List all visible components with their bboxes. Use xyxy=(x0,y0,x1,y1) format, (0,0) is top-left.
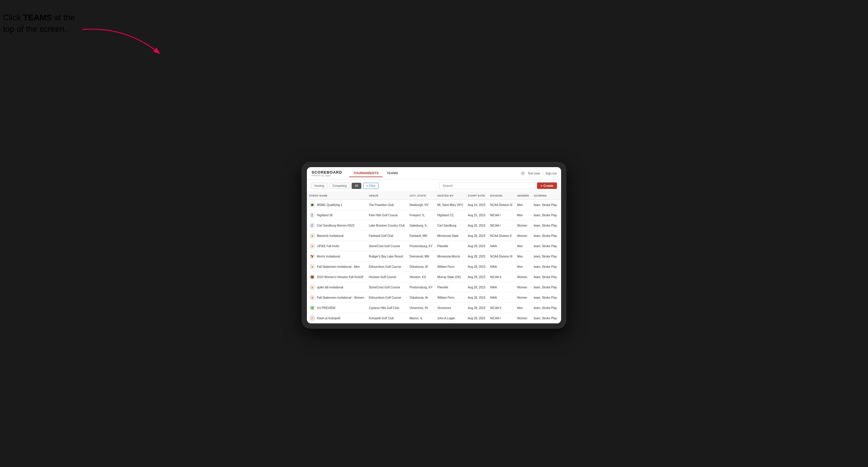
signout-link[interactable]: Sign out xyxy=(546,172,556,175)
cell-division: NICAA I xyxy=(488,210,515,220)
event-name-text: Highland 36 xyxy=(317,214,333,217)
divider: | xyxy=(542,172,544,175)
cell-scoring: team, Stroke Play xyxy=(531,292,559,303)
competing-filter[interactable]: Competing xyxy=(329,183,350,189)
cell-event-name: 🌿 VU PREVIEW xyxy=(307,303,366,313)
gear-icon[interactable] xyxy=(521,171,525,176)
cell-city-state: Galesburg, IL xyxy=(407,220,435,231)
cell-actions: Edit xyxy=(559,303,561,313)
create-button[interactable]: + Create xyxy=(537,182,557,189)
cell-hosted-by: Minnesota State xyxy=(435,231,465,241)
cell-city-state: Marion, IL xyxy=(407,313,435,323)
event-icon: 🎓 xyxy=(309,202,315,208)
col-city-state: CITY, STATE xyxy=(407,192,435,200)
col-gender: GENDER xyxy=(515,192,531,200)
event-name-text: Klash at Kokopelli xyxy=(317,317,340,320)
col-start-date: START DATE xyxy=(465,192,488,200)
cell-start-date: Aug 24, 2023 xyxy=(465,200,488,210)
cell-start-date: Aug 28, 2023 xyxy=(465,231,488,241)
table-header-row: EVENT NAME VENUE CITY, STATE HOSTED BY S… xyxy=(307,192,561,200)
cell-venue: Hesston Golf Course xyxy=(366,272,407,282)
cell-city-state: Faribault, MN xyxy=(407,231,435,241)
cell-actions: Edit xyxy=(559,200,561,210)
cell-gender: Men xyxy=(515,200,531,210)
event-icon: ⚔ xyxy=(309,294,315,301)
cell-division: NICAA II xyxy=(488,272,515,282)
cell-division: NCAA Division III xyxy=(488,200,515,210)
cell-division: NICAA II xyxy=(488,303,515,313)
cell-start-date: Aug 25, 2023 xyxy=(465,210,488,220)
event-name-text: upike fall invitational xyxy=(317,286,343,289)
cell-gender: Men xyxy=(515,261,531,272)
cell-event-name: 🎓 MSMC Qualifying 1 xyxy=(307,200,366,210)
event-name-text: Fall Statesmen Invitational - Women xyxy=(317,296,364,299)
event-icon: 🏌 xyxy=(309,212,315,218)
cell-hosted-by: Highland CC xyxy=(435,210,465,220)
event-icon: ⚡ xyxy=(309,315,315,321)
event-name-text: 2023 Women's Hesston Fall Kickoff xyxy=(317,275,363,279)
cell-gender: Women xyxy=(515,272,531,282)
cell-actions: Edit xyxy=(559,272,561,282)
nav-tournaments[interactable]: TOURNAMENTS xyxy=(349,169,382,177)
nav-teams[interactable]: TEAMS xyxy=(382,169,402,177)
cell-venue: Edmundson Golf Course xyxy=(366,261,407,272)
col-hosted-by: HOSTED BY xyxy=(435,192,465,200)
cell-event-name: ⚔ upike fall invitational xyxy=(307,282,366,292)
nav-links: TOURNAMENTS TEAMS xyxy=(349,169,521,177)
nav-right: Test User | Sign out xyxy=(521,171,556,176)
cell-scoring: team, Stroke Play xyxy=(531,272,559,282)
cell-gender: Women xyxy=(515,231,531,241)
cell-division: NCAA Division III xyxy=(488,251,515,261)
cell-venue: The Powelton Club xyxy=(366,200,407,210)
cell-hosted-by: Mt. Saint Mary (NY) xyxy=(435,200,465,210)
cell-event-name: 🦅 Morris Invitational xyxy=(307,251,366,261)
instruction-prefix: Click xyxy=(3,13,23,22)
svg-point-1 xyxy=(522,173,524,174)
cell-gender: Men xyxy=(515,251,531,261)
table-row: 🏌 Highland 36 Park Hills Golf Course Fre… xyxy=(307,210,561,220)
all-filter[interactable]: All xyxy=(351,183,361,189)
cell-event-name: ⚔ UPIKE Fall Invite xyxy=(307,241,366,251)
cell-venue: Lake Bracken Country Club xyxy=(366,220,407,231)
col-actions: ACTIONS xyxy=(559,192,561,200)
event-icon: ⚔ xyxy=(309,243,315,249)
event-icon: ⚔ xyxy=(309,284,315,290)
cell-venue: Faribault Golf Club xyxy=(366,231,407,241)
cell-actions: Edit xyxy=(559,261,561,272)
cell-start-date: Aug 26, 2023 xyxy=(465,220,488,231)
table-row: ⚔ upike fall invitational StoneCrest Gol… xyxy=(307,282,561,292)
table-row: 🦅 Morris Invitational Ruttger's Bay Lake… xyxy=(307,251,561,261)
search-input[interactable] xyxy=(439,182,535,189)
cell-city-state: Newburgh, NY xyxy=(407,200,435,210)
cell-scoring: team, Stroke Play xyxy=(531,231,559,241)
cell-start-date: Aug 28, 2023 xyxy=(465,313,488,323)
event-name-text: Fall Statesmen Invitational - Men xyxy=(317,265,360,268)
table-row: ⚔ Maverick Invitational Faribault Golf C… xyxy=(307,231,561,241)
filter-button[interactable]: ≡ Filter xyxy=(363,183,379,189)
table-row: 🌿 VU PREVIEW Cypress Hills Golf Club Vin… xyxy=(307,303,561,313)
cell-actions: Edit xyxy=(559,251,561,261)
table-row: 🐻 2023 Women's Hesston Fall Kickoff Hess… xyxy=(307,272,561,282)
cell-event-name: 🏌 Carl Sandburg Women FA23 xyxy=(307,220,366,231)
event-icon: ⚔ xyxy=(309,233,315,239)
cell-city-state: Hesston, KS xyxy=(407,272,435,282)
user-name: Test User xyxy=(528,172,540,175)
cell-scoring: team, Stroke Play xyxy=(531,241,559,251)
event-name-text: Maverick Invitational xyxy=(317,234,344,238)
cell-hosted-by: Pikeville xyxy=(435,241,465,251)
cell-hosted-by: Carl Sandburg xyxy=(435,220,465,231)
cell-city-state: Oskaloosa, IA xyxy=(407,292,435,303)
cell-division: NICAA I xyxy=(488,220,515,231)
toolbar: Hosting Competing All ≡ Filter + Create xyxy=(307,180,561,192)
event-name-text: UPIKE Fall Invite xyxy=(317,245,339,248)
cell-city-state: Prestonsburg, KY xyxy=(407,282,435,292)
instruction-bold: TEAMS xyxy=(23,13,52,22)
cell-division: NAIA xyxy=(488,261,515,272)
cell-division: NCAA Division II xyxy=(488,231,515,241)
hosting-filter[interactable]: Hosting xyxy=(311,183,328,189)
cell-gender: Men xyxy=(515,210,531,220)
cell-start-date: Aug 28, 2023 xyxy=(465,292,488,303)
event-icon: ⚔ xyxy=(309,264,315,270)
logo-title: SCOREBOARD xyxy=(312,170,342,175)
cell-scoring: team, Stroke Play xyxy=(531,313,559,323)
